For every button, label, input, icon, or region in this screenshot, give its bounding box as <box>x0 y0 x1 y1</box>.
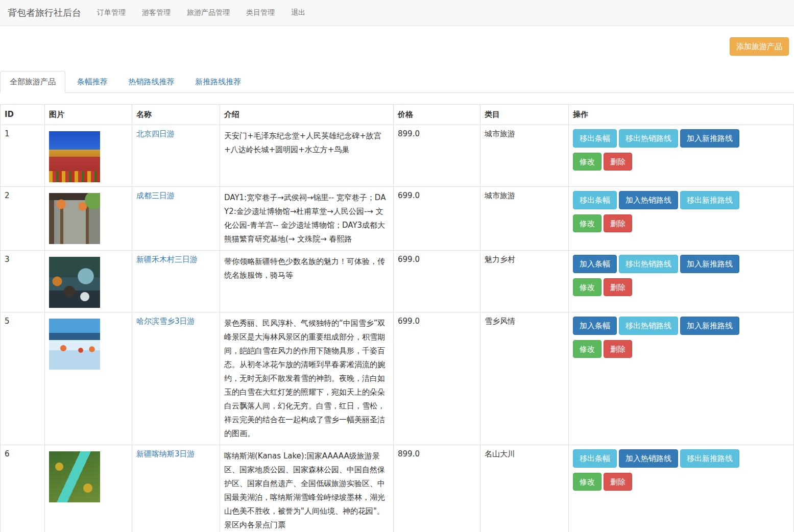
cell-id: 1 <box>1 125 45 186</box>
products-table: ID 图片 名称 介绍 价格 类目 操作 1 北京四日游 天安门+毛泽东纪念堂+… <box>0 104 794 532</box>
cell-category: 名山大川 <box>480 445 569 532</box>
edit-button[interactable]: 修改 <box>573 278 601 297</box>
col-header-image: 图片 <box>45 104 132 125</box>
product-name-link[interactable]: 新疆禾木村三日游 <box>136 255 198 264</box>
remove-hot-route-button[interactable]: 移出热销路线 <box>619 129 678 148</box>
nav-item-tourists[interactable]: 游客管理 <box>134 1 179 25</box>
col-header-desc: 介绍 <box>220 104 394 125</box>
product-name-link[interactable]: 新疆喀纳斯3日游 <box>136 449 195 458</box>
cell-description: DAY1:宽窄巷子→武侯祠→锦里-- 宽窄巷子；DAY2:金沙遗址博物馆→杜甫草… <box>220 186 394 250</box>
table-header-row: ID 图片 名称 介绍 价格 类目 操作 <box>1 104 794 125</box>
table-row: 5 哈尔滨雪乡3日游 景色秀丽、民风淳朴、气候独特的“中国雪乡”双峰景区是大海林… <box>1 312 794 445</box>
add-hot-route-button[interactable]: 加入热销路线 <box>619 191 678 209</box>
add-new-route-button[interactable]: 加入新推路线 <box>680 255 739 273</box>
table-row: 3 新疆禾木村三日游 带你领略新疆特色少数名族的魅力！可体验，传统名族服饰，骑马… <box>1 250 794 312</box>
nav-item-categories[interactable]: 类目管理 <box>238 1 283 25</box>
tab-banner-recommend[interactable]: 条幅推荐 <box>68 71 117 92</box>
delete-button[interactable]: 删除 <box>604 153 632 171</box>
col-header-name: 名称 <box>132 104 220 125</box>
edit-button[interactable]: 修改 <box>573 340 601 358</box>
col-header-price: 价格 <box>394 104 480 125</box>
remove-new-route-button[interactable]: 移出新推路线 <box>680 449 739 468</box>
edit-button[interactable]: 修改 <box>573 473 601 491</box>
cell-price: 699.0 <box>394 250 480 312</box>
app-title: 背包者旅行社后台 <box>8 7 89 19</box>
cell-price: 699.0 <box>394 312 480 445</box>
product-image-kanas-lake <box>49 451 100 502</box>
tab-all-products[interactable]: 全部旅游产品 <box>0 71 65 93</box>
remove-hot-route-button[interactable]: 移出热销路线 <box>619 255 678 273</box>
product-name-link[interactable]: 成都三日游 <box>136 191 175 200</box>
table-row: 6 新疆喀纳斯3日游 喀纳斯湖(Kanas Lake):国家AAAAA级旅游景区… <box>1 445 794 532</box>
cell-price: 899.0 <box>394 445 480 532</box>
col-header-actions: 操作 <box>569 104 794 125</box>
cell-price: 899.0 <box>394 125 480 186</box>
cell-category: 城市旅游 <box>480 186 569 250</box>
add-new-route-button[interactable]: 加入新推路线 <box>680 317 739 335</box>
cell-category: 魅力乡村 <box>480 250 569 312</box>
nav-item-logout[interactable]: 退出 <box>283 1 314 25</box>
col-header-category: 类目 <box>480 104 569 125</box>
product-image-chengdu-gate <box>49 193 100 244</box>
remove-banner-button[interactable]: 移出条幅 <box>573 449 617 468</box>
product-image-hemu-village <box>49 257 100 308</box>
product-tabs: 全部旅游产品 条幅推荐 热销路线推荐 新推路线推荐 <box>0 71 794 93</box>
cell-description: 景色秀丽、民风淳朴、气候独特的“中国雪乡”双峰景区是大海林风景区的重要组成部分，… <box>220 312 394 445</box>
col-header-id: ID <box>1 104 45 125</box>
toolbar: 添加旅游产品 <box>0 26 794 63</box>
edit-button[interactable]: 修改 <box>573 214 601 233</box>
tab-hot-route-recommend[interactable]: 热销路线推荐 <box>119 71 184 92</box>
cell-id: 5 <box>1 312 45 445</box>
delete-button[interactable]: 删除 <box>604 214 632 233</box>
add-hot-route-button[interactable]: 加入热销路线 <box>619 449 678 468</box>
delete-button[interactable]: 删除 <box>604 340 632 358</box>
add-new-route-button[interactable]: 加入新推路线 <box>680 129 739 148</box>
cell-description: 带你领略新疆特色少数名族的魅力！可体验，传统名族服饰，骑马等 <box>220 250 394 312</box>
product-name-link[interactable]: 北京四日游 <box>136 129 175 138</box>
product-image-beijing-tiananmen <box>49 131 100 182</box>
cell-price: 699.0 <box>394 186 480 250</box>
add-product-button[interactable]: 添加旅游产品 <box>730 37 789 56</box>
delete-button[interactable]: 删除 <box>604 473 632 491</box>
remove-banner-button[interactable]: 移出条幅 <box>573 191 617 209</box>
cell-id: 3 <box>1 250 45 312</box>
cell-category: 雪乡风情 <box>480 312 569 445</box>
table-row: 1 北京四日游 天安门+毛泽东纪念堂+人民英雄纪念碑+故宫+八达岭长城+圆明园+… <box>1 125 794 186</box>
product-image-harbin-snow-village <box>49 319 100 370</box>
nav-item-orders[interactable]: 订单管理 <box>89 1 134 25</box>
remove-hot-route-button[interactable]: 移出热销路线 <box>619 317 678 335</box>
cell-category: 城市旅游 <box>480 125 569 186</box>
top-navbar: 背包者旅行社后台 订单管理 游客管理 旅游产品管理 类目管理 退出 <box>0 0 794 26</box>
cell-description: 喀纳斯湖(Kanas Lake):国家AAAAA级旅游景区、国家地质公园、国家森… <box>220 445 394 532</box>
remove-banner-button[interactable]: 移出条幅 <box>573 129 617 148</box>
tab-new-route-recommend[interactable]: 新推路线推荐 <box>186 71 250 92</box>
edit-button[interactable]: 修改 <box>573 153 601 171</box>
product-name-link[interactable]: 哈尔滨雪乡3日游 <box>136 317 195 326</box>
add-banner-button[interactable]: 加入条幅 <box>573 255 617 273</box>
remove-new-route-button[interactable]: 移出新推路线 <box>680 191 739 209</box>
cell-description: 天安门+毛泽东纪念堂+人民英雄纪念碑+故宫+八达岭长城+圆明园+水立方+鸟巢 <box>220 125 394 186</box>
cell-id: 6 <box>1 445 45 532</box>
add-banner-button[interactable]: 加入条幅 <box>573 317 617 335</box>
table-row: 2 成都三日游 DAY1:宽窄巷子→武侯祠→锦里-- 宽窄巷子；DAY2:金沙遗… <box>1 186 794 250</box>
delete-button[interactable]: 删除 <box>604 278 632 297</box>
cell-id: 2 <box>1 186 45 250</box>
nav-item-products[interactable]: 旅游产品管理 <box>179 1 238 25</box>
